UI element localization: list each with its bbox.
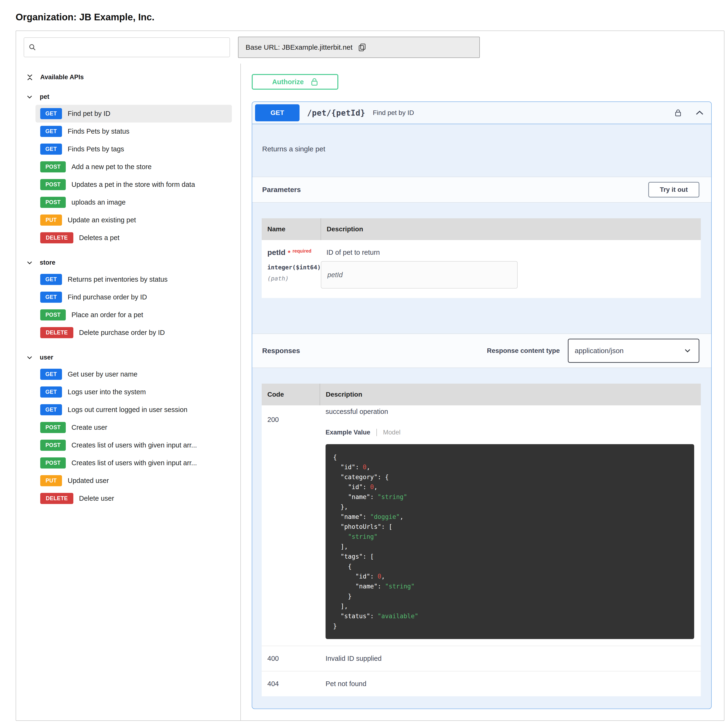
- search-icon: [29, 44, 36, 51]
- method-badge: POST: [40, 161, 66, 173]
- api-item[interactable]: POSTPlace an order for a pet: [35, 306, 232, 324]
- api-item[interactable]: POSTuploads an image: [35, 193, 232, 211]
- api-item[interactable]: GETFind purchase order by ID: [35, 288, 232, 306]
- method-badge: DELETE: [40, 232, 73, 243]
- api-item-label: Find purchase order by ID: [68, 293, 147, 301]
- api-item[interactable]: GETGet user by user name: [35, 365, 232, 383]
- method-badge: PUT: [40, 475, 62, 486]
- method-badge: POST: [40, 309, 66, 321]
- responses-zone: Code Description 200 successful operatio…: [252, 368, 711, 709]
- param-location: (path): [268, 275, 321, 282]
- portal-container: Base URL: JBExample.jitterbit.net Availa…: [15, 31, 725, 721]
- main-panel: Authorize GET /pet/{petId} Find pet by I…: [241, 64, 724, 720]
- response-code: 404: [262, 671, 320, 696]
- response-code: 200: [262, 405, 320, 646]
- lock-icon[interactable]: [675, 109, 681, 117]
- param-description: ID of pet to return: [326, 249, 694, 256]
- api-item-label: Place an order for a pet: [72, 311, 143, 319]
- method-badge: DELETE: [40, 493, 73, 504]
- api-item-label: Create user: [72, 423, 107, 431]
- method-badge: GET: [40, 108, 62, 119]
- method-badge: POST: [40, 440, 66, 451]
- copy-icon[interactable]: [358, 43, 366, 51]
- column-header-name: Name: [262, 218, 321, 240]
- api-item[interactable]: POSTCreate user: [35, 419, 232, 436]
- api-item-label: Get user by user name: [68, 370, 138, 378]
- api-item[interactable]: PUTUpdate an existing pet: [35, 211, 232, 229]
- page-title: Organization: JB Example, Inc.: [15, 12, 728, 23]
- response-content-type-select[interactable]: application/json: [568, 339, 699, 363]
- api-item[interactable]: GETLogs user into the system: [35, 383, 232, 401]
- base-url-box: Base URL: JBExample.jitterbit.net: [238, 37, 480, 58]
- api-item-label: Find pet by ID: [68, 110, 110, 118]
- operation-description: Returns a single pet: [252, 124, 711, 177]
- api-item[interactable]: GETLogs out current logged in user sessi…: [35, 401, 232, 419]
- method-badge: DELETE: [40, 327, 73, 338]
- group-toggle-store[interactable]: store: [27, 255, 232, 271]
- column-header-description: Description: [321, 218, 701, 240]
- responses-title: Responses: [262, 347, 300, 355]
- method-badge: POST: [40, 422, 66, 433]
- api-group-user: userGETGet user by user nameGETLogs user…: [27, 350, 232, 507]
- search-box: [24, 37, 230, 57]
- api-item-label: Logs out current logged in user session: [68, 406, 187, 414]
- try-it-out-button[interactable]: Try it out: [648, 182, 699, 197]
- method-badge: GET: [40, 292, 62, 303]
- responses-bar: Responses Response content type applicat…: [252, 333, 711, 368]
- authorize-button[interactable]: Authorize: [252, 74, 338, 90]
- api-item-label: Finds Pets by status: [68, 127, 129, 135]
- response-content-type-label: Response content type: [487, 347, 560, 355]
- group-toggle-pet[interactable]: pet: [27, 89, 232, 105]
- api-item[interactable]: PUTUpdated user: [35, 472, 232, 489]
- api-item-label: Update an existing pet: [68, 216, 136, 224]
- operation-summary: Find pet by ID: [373, 109, 414, 116]
- search-input[interactable]: [40, 44, 225, 51]
- content-row: Available APIs petGETFind pet by IDGETFi…: [16, 64, 724, 720]
- api-item[interactable]: DELETEDelete purchase order by ID: [35, 324, 232, 341]
- response-row-400: 400 Invalid ID supplied: [262, 646, 701, 671]
- example-model-tabs: Example Value Model: [326, 429, 701, 436]
- response-description: Invalid ID supplied: [320, 646, 701, 671]
- parameter-row: petId* required integer($int64) (path) I…: [262, 240, 701, 298]
- api-item-label: Deletes a pet: [79, 234, 119, 242]
- api-item[interactable]: GETFinds Pets by tags: [35, 140, 232, 158]
- method-badge: POST: [40, 197, 66, 208]
- api-item[interactable]: POSTAdd a new pet to the store: [35, 158, 232, 176]
- parameters-bar: Parameters Try it out: [252, 177, 711, 203]
- api-item[interactable]: GETFind pet by ID: [35, 105, 232, 122]
- api-item[interactable]: DELETEDeletes a pet: [35, 229, 232, 247]
- response-row-404: 404 Pet not found: [262, 671, 701, 696]
- api-item[interactable]: POSTUpdates a pet in the store with form…: [35, 176, 232, 193]
- response-row-200: 200 successful operation Example Value M…: [262, 405, 701, 646]
- group-label: store: [40, 259, 55, 266]
- api-item[interactable]: DELETEDelete user: [35, 489, 232, 507]
- api-group-pet: petGETFind pet by IDGETFinds Pets by sta…: [27, 89, 232, 247]
- method-badge: GET: [40, 126, 62, 137]
- api-item[interactable]: POSTCreates list of users with given inp…: [35, 454, 232, 472]
- operation-block: GET /pet/{petId} Find pet by ID Returns …: [252, 101, 712, 709]
- required-marker: * required: [288, 248, 311, 257]
- response-content-type: Response content type application/json: [487, 339, 699, 363]
- api-item-label: Finds Pets by tags: [68, 145, 124, 153]
- available-apis-header[interactable]: Available APIs: [27, 73, 232, 81]
- api-item[interactable]: GETReturns pet inventories by status: [35, 271, 232, 288]
- method-badge: POST: [40, 457, 66, 469]
- response-code: 400: [262, 646, 320, 671]
- method-badge: PUT: [40, 214, 62, 226]
- column-header-code: Code: [262, 384, 320, 405]
- parameters-zone: Name Description petId* required integer…: [252, 203, 711, 333]
- api-item-label: Creates list of users with given input a…: [72, 459, 197, 467]
- tab-model[interactable]: Model: [377, 429, 401, 436]
- unlock-icon: [311, 78, 318, 86]
- base-url-text: Base URL: JBExample.jitterbit.net: [246, 43, 353, 51]
- sidebar: Available APIs petGETFind pet by IDGETFi…: [16, 64, 241, 720]
- chevron-up-icon[interactable]: [696, 110, 704, 115]
- group-toggle-user[interactable]: user: [27, 350, 232, 365]
- tab-example-value[interactable]: Example Value: [326, 429, 377, 436]
- response-description: successful operation: [326, 408, 701, 416]
- api-item[interactable]: POSTCreates list of users with given inp…: [35, 436, 232, 454]
- api-item-label: Updated user: [68, 477, 109, 485]
- petid-input[interactable]: [321, 261, 518, 289]
- api-item[interactable]: GETFinds Pets by status: [35, 122, 232, 140]
- operation-header[interactable]: GET /pet/{petId} Find pet by ID: [252, 102, 711, 124]
